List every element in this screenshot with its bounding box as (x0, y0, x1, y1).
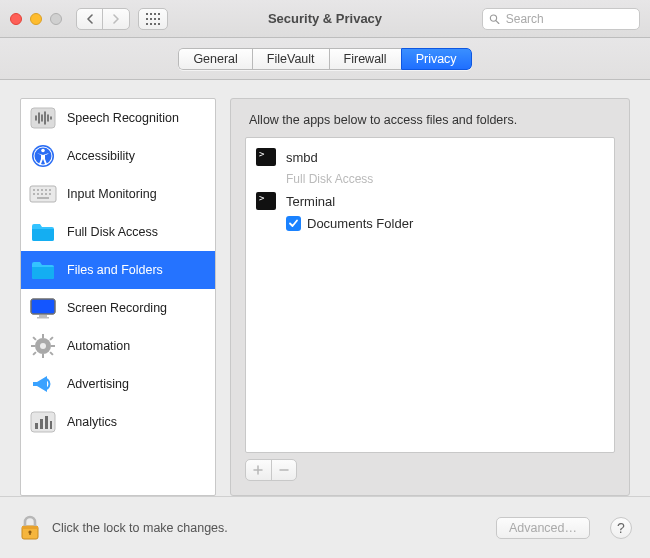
svg-rect-54 (45, 416, 48, 429)
sidebar-item-label: Speech Recognition (67, 111, 179, 125)
display-icon (29, 295, 57, 321)
svg-rect-29 (45, 189, 47, 191)
app-name: Terminal (286, 194, 335, 209)
show-all-prefs-button[interactable] (138, 8, 168, 30)
sidebar-item-files-and-folders[interactable]: Files and Folders (21, 251, 215, 289)
sidebar-item-input-monitoring[interactable]: Input Monitoring (21, 175, 215, 213)
svg-rect-39 (39, 315, 47, 317)
svg-rect-27 (37, 189, 39, 191)
remove-app-button (272, 460, 297, 480)
accessibility-icon (29, 143, 57, 169)
svg-rect-6 (154, 18, 156, 20)
svg-rect-43 (42, 334, 44, 338)
svg-point-42 (40, 343, 46, 349)
svg-rect-9 (150, 23, 152, 25)
lock-hint-text: Click the lock to make changes. (52, 521, 228, 535)
sidebar-item-screen-recording[interactable]: Screen Recording (21, 289, 215, 327)
svg-rect-30 (49, 189, 51, 191)
chart-icon (29, 409, 57, 435)
tab-general[interactable]: General (178, 48, 251, 70)
chevron-left-icon (86, 14, 94, 24)
sidebar-item-label: Full Disk Access (67, 225, 158, 239)
sidebar-item-analytics[interactable]: Analytics (21, 403, 215, 441)
svg-rect-34 (45, 193, 47, 195)
permission-checkbox[interactable] (286, 216, 301, 231)
permission-row-documents-folder[interactable]: Documents Folder (256, 212, 604, 234)
svg-rect-44 (42, 354, 44, 358)
svg-rect-28 (41, 189, 43, 191)
svg-point-12 (490, 14, 496, 20)
folder-icon (29, 257, 57, 283)
sidebar-item-accessibility[interactable]: Accessibility (21, 137, 215, 175)
window-minimize-button[interactable] (30, 13, 42, 25)
nav-forward-button[interactable] (103, 9, 129, 29)
svg-rect-50 (32, 351, 36, 355)
help-button[interactable]: ? (610, 517, 632, 539)
add-app-button (246, 460, 272, 480)
svg-rect-35 (49, 193, 51, 195)
grid-icon (146, 13, 160, 25)
svg-rect-31 (33, 193, 35, 195)
nav-back-button[interactable] (77, 9, 103, 29)
terminal-icon (256, 148, 276, 166)
svg-rect-36 (37, 197, 49, 199)
sidebar-item-label: Advertising (67, 377, 129, 391)
terminal-icon (256, 192, 276, 210)
keyboard-icon (29, 181, 57, 207)
waveform-icon (29, 105, 57, 131)
chevron-right-icon (112, 14, 120, 24)
svg-rect-1 (150, 13, 152, 15)
svg-rect-2 (154, 13, 156, 15)
sidebar-item-advertising[interactable]: Advertising (21, 365, 215, 403)
svg-rect-32 (37, 193, 39, 195)
tab-firewall[interactable]: Firewall (329, 48, 401, 70)
permission-label: Documents Folder (307, 216, 413, 231)
content-pane: Allow the apps below to access files and… (230, 98, 630, 496)
svg-rect-52 (35, 423, 38, 429)
app-row-terminal[interactable]: Terminal (256, 190, 604, 212)
svg-rect-40 (37, 317, 49, 319)
tabs-segmented-control: General FileVault Firewall Privacy (178, 48, 471, 70)
privacy-category-list[interactable]: Speech Recognition Accessibility Input M… (20, 98, 216, 496)
window-close-button[interactable] (10, 13, 22, 25)
check-icon (288, 218, 299, 229)
app-subtext: Full Disk Access (256, 168, 604, 190)
svg-rect-33 (41, 193, 43, 195)
svg-rect-5 (150, 18, 152, 20)
sidebar-item-label: Files and Folders (67, 263, 163, 277)
sidebar-item-label: Analytics (67, 415, 117, 429)
svg-rect-7 (158, 18, 160, 20)
folder-icon (29, 219, 57, 245)
megaphone-icon (29, 371, 57, 397)
advanced-button: Advanced… (496, 517, 590, 539)
plus-icon (253, 465, 263, 475)
app-name: smbd (286, 150, 318, 165)
app-row-smbd[interactable]: smbd (256, 146, 604, 168)
minus-icon (279, 465, 289, 475)
svg-rect-37 (31, 299, 55, 314)
sidebar-item-automation[interactable]: Automation (21, 327, 215, 365)
sidebar-item-label: Accessibility (67, 149, 135, 163)
svg-rect-57 (22, 526, 38, 529)
sidebar-item-speech-recognition[interactable]: Speech Recognition (21, 99, 215, 137)
svg-rect-59 (29, 532, 30, 535)
svg-rect-47 (32, 336, 36, 340)
sidebar-item-label: Input Monitoring (67, 187, 157, 201)
svg-rect-53 (40, 419, 43, 429)
tab-filevault[interactable]: FileVault (252, 48, 329, 70)
search-input[interactable] (504, 11, 633, 27)
svg-line-13 (496, 20, 499, 23)
sidebar-item-label: Automation (67, 339, 130, 353)
search-icon (489, 13, 500, 25)
sidebar-item-label: Screen Recording (67, 301, 167, 315)
svg-rect-3 (158, 13, 160, 15)
svg-rect-55 (50, 421, 52, 429)
lock-icon[interactable] (18, 514, 42, 542)
window-zoom-button (50, 13, 62, 25)
svg-point-24 (41, 149, 45, 153)
svg-rect-11 (158, 23, 160, 25)
tab-privacy[interactable]: Privacy (401, 48, 472, 70)
app-permission-list[interactable]: smbd Full Disk Access Terminal Documents… (245, 137, 615, 453)
sidebar-item-full-disk-access[interactable]: Full Disk Access (21, 213, 215, 251)
svg-rect-45 (31, 345, 35, 347)
